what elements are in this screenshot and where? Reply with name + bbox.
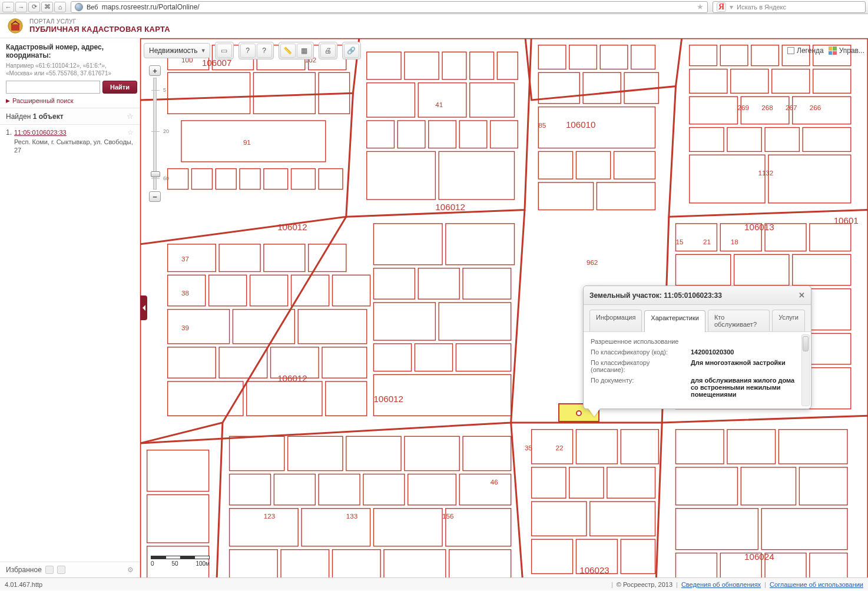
print-button[interactable]: 🖨	[320, 44, 336, 58]
legend-toggle[interactable]: Легенда	[787, 47, 824, 55]
key-button[interactable]: ⌘	[41, 2, 53, 12]
back-button[interactable]: ←	[2, 2, 14, 12]
svg-rect-99	[590, 502, 655, 536]
svg-rect-72	[233, 310, 294, 344]
favorites-label: Избранное	[6, 566, 42, 574]
measure-area-button[interactable]: ▦	[297, 44, 312, 58]
found-prefix: Найден	[6, 112, 33, 121]
svg-rect-39	[538, 151, 572, 179]
svg-text:962: 962	[587, 258, 598, 266]
svg-rect-23	[470, 83, 515, 117]
rosreestr-emblem-icon	[7, 18, 24, 34]
svg-text:21: 21	[703, 238, 711, 245]
svg-text:85: 85	[538, 121, 546, 129]
popup-title-prefix: Земельный участок:	[589, 291, 664, 300]
layers-manage-button[interactable]: Управ...	[829, 47, 864, 55]
svg-rect-13	[264, 169, 288, 190]
svg-rect-139	[319, 474, 360, 504]
zoom-tick-label: 5	[163, 87, 166, 93]
block-label: 10601	[834, 215, 859, 225]
yandex-logo-icon: Я	[717, 2, 726, 12]
svg-rect-141	[408, 474, 456, 504]
popup-scrollbar[interactable]	[801, 334, 810, 406]
svg-rect-87	[439, 303, 511, 340]
link-button[interactable]: 🔗	[344, 44, 359, 58]
svg-rect-71	[168, 310, 230, 344]
svg-rect-106	[675, 467, 737, 505]
home-button[interactable]: ⌂	[54, 2, 66, 12]
svg-rect-29	[367, 151, 436, 200]
pointer-tool-button[interactable]: ▭	[217, 44, 232, 58]
svg-rect-5	[168, 72, 250, 114]
popup-close-button[interactable]: ✕	[799, 291, 805, 300]
map-canvas[interactable]: Недвижимость ▼ ▭ ? ? 📏 ▦ 🖨 🔗	[140, 38, 868, 577]
footer-terms-link[interactable]: Соглашение об использовании	[770, 581, 863, 588]
svg-rect-51	[772, 69, 810, 93]
svg-rect-129	[147, 450, 209, 492]
export-icon[interactable]	[57, 566, 65, 574]
svg-rect-90	[456, 344, 511, 371]
url-text: maps.rosreestr.ru/PortalOnline/	[102, 3, 200, 11]
svg-rect-80	[326, 381, 367, 416]
results-header: Найден 1 объект ☆	[0, 108, 140, 125]
svg-text:266: 266	[810, 104, 821, 111]
zoom-handle[interactable]	[151, 171, 160, 177]
url-web-label: Веб	[87, 4, 98, 11]
map-toolbar: Недвижимость ▼ ▭ ? ? 📏 ▦ 🖨 🔗	[144, 42, 864, 59]
sidebar: Кадастровый номер, адрес, координаты: На…	[0, 38, 140, 577]
popup-section-title: Разрешенное использование	[591, 338, 804, 345]
svg-rect-56	[690, 128, 724, 152]
forward-button[interactable]: →	[15, 2, 27, 12]
block-label: 106013	[744, 222, 774, 232]
reload-button[interactable]: ⟳	[28, 2, 40, 12]
footer-updates-link[interactable]: Сведения об обновлениях	[681, 581, 761, 588]
favorite-header-icon[interactable]: ☆	[127, 112, 134, 121]
zoom-control: + 5 20 60 −	[148, 65, 161, 202]
url-bar[interactable]: Веб maps.rosreestr.ru/PortalOnline/ ★	[71, 1, 708, 13]
portal-subtitle: ПОРТАЛ УСЛУГ	[29, 18, 170, 25]
zoom-in-button[interactable]: +	[149, 65, 161, 76]
sidebar-collapse-toggle[interactable]	[140, 296, 147, 320]
measure-line-button[interactable]: 📏	[280, 44, 296, 58]
bookmark-star-icon[interactable]: ★	[697, 2, 704, 11]
layers-grid-icon	[829, 47, 837, 55]
result-favorite-icon[interactable]: ☆	[127, 128, 134, 137]
popup-tab-characteristics[interactable]: Характеристики	[644, 310, 705, 332]
svg-text:156: 156	[442, 512, 453, 520]
svg-rect-97	[607, 467, 655, 498]
manage-label: Управ...	[839, 47, 864, 55]
search-result-item[interactable]: 1. 11:05:0106023:33 Респ. Коми, г. Сыкты…	[0, 125, 140, 158]
popup-tab-info[interactable]: Информация	[589, 310, 642, 331]
zoom-out-button[interactable]: −	[149, 191, 161, 202]
favorites-settings-icon[interactable]: ⚙	[127, 566, 134, 574]
svg-rect-119	[675, 254, 730, 285]
svg-rect-9	[168, 169, 188, 190]
svg-rect-64	[264, 244, 305, 272]
svg-rect-84	[418, 268, 459, 299]
svg-rect-102	[621, 539, 655, 573]
svg-rect-82	[446, 224, 515, 265]
yandex-search[interactable]: Я ▾ Искать в Яндекс	[713, 1, 866, 13]
search-input[interactable]	[6, 81, 100, 94]
result-cadnum-link[interactable]: 11:05:0106023:33	[14, 129, 67, 136]
help-button[interactable]: ?	[257, 44, 272, 58]
help-search-button[interactable]: ?	[240, 44, 256, 58]
layer-select[interactable]: Недвижимость ▼	[144, 43, 210, 58]
zoom-slider[interactable]: 5 20 60	[153, 78, 157, 190]
svg-rect-140	[363, 474, 405, 504]
scrollbar-thumb[interactable]	[803, 336, 809, 351]
mail-icon[interactable]	[45, 566, 54, 574]
popup-tab-uslugi[interactable]: Услуги	[772, 310, 805, 331]
advanced-search-link[interactable]: ▶ Расширенный поиск	[6, 97, 134, 104]
svg-text:38: 38	[181, 289, 189, 297]
svg-text:268: 268	[761, 104, 773, 111]
svg-rect-24	[367, 121, 395, 148]
search-button[interactable]: Найти	[102, 81, 137, 94]
result-index: 1.	[6, 128, 12, 137]
svg-rect-77	[322, 347, 367, 378]
svg-text:35: 35	[525, 444, 532, 451]
block-label: 106023	[579, 565, 609, 575]
popup-tab-service[interactable]: Кто обслуживает?	[708, 310, 770, 331]
found-count: 1 объект	[33, 112, 64, 121]
svg-rect-138	[274, 474, 315, 504]
